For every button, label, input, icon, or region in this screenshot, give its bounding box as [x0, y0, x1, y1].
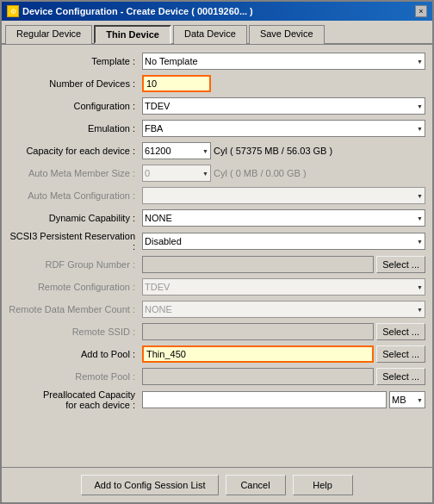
emulation-select[interactable]: FBA: [142, 120, 425, 137]
remote-config-label: Remote Configuration :: [9, 282, 142, 292]
auto-meta-config-select-wrapper: [142, 187, 425, 204]
remote-config-select[interactable]: TDEV: [142, 278, 425, 296]
configuration-select[interactable]: TDEV: [142, 97, 425, 115]
title-bar: ⚙ Device Configuration - Create Device (…: [2, 2, 432, 21]
cancel-button[interactable]: Cancel: [226, 475, 286, 495]
remote-pool-select-button[interactable]: Select ...: [376, 368, 425, 385]
capacity-control: 61200 Cyl ( 57375 MB / 56.03 GB ): [142, 142, 425, 159]
auto-meta-config-label: Auto Meta Configuration :: [9, 190, 142, 201]
template-label: Template :: [9, 56, 142, 66]
emulation-row: Emulation : FBA: [9, 119, 425, 138]
remote-ssid-select-button[interactable]: Select ...: [376, 323, 425, 340]
remote-config-row: Remote Configuration : TDEV: [9, 277, 425, 296]
capacity-select-wrapper: 61200: [142, 142, 211, 159]
dynamic-cap-row: Dynamic Capability : NONE: [9, 208, 425, 227]
main-window: ⚙ Device Configuration - Create Device (…: [0, 0, 434, 504]
emulation-label: Emulation :: [9, 123, 142, 134]
remote-config-control: TDEV: [142, 278, 425, 296]
tab-bar: Regular Device Thin Device Data Device S…: [2, 21, 432, 45]
num-devices-row: Number of Devices :: [9, 74, 425, 93]
remote-pool-label: Remote Pool :: [9, 371, 142, 382]
auto-meta-config-select[interactable]: [142, 187, 425, 204]
add-pool-label: Add to Pool :: [9, 349, 142, 359]
footer: Add to Config Session List Cancel Help: [2, 467, 432, 502]
remote-config-select-wrapper: TDEV: [142, 278, 425, 296]
auto-meta-member-control: 0 Cyl ( 0 MB / 0.00 GB ): [142, 165, 425, 182]
auto-meta-member-label: Auto Meta Member Size :: [9, 168, 142, 178]
configuration-control: TDEV: [142, 97, 425, 115]
rdf-label: RDF Group Number :: [9, 259, 142, 270]
num-devices-input[interactable]: [142, 75, 211, 92]
add-pool-row: Add to Pool : Select ...: [9, 345, 425, 364]
add-pool-select-button[interactable]: Select ...: [376, 345, 425, 363]
help-button[interactable]: Help: [293, 475, 353, 495]
config-select-wrapper: TDEV: [142, 97, 425, 115]
remote-data-label: Remote Data Member Count :: [9, 304, 142, 314]
remote-pool-input: [142, 368, 374, 385]
dynamic-cap-select-wrapper: NONE: [142, 209, 425, 227]
remote-ssid-row: Remote SSID : Select ...: [9, 322, 425, 341]
tab-save[interactable]: Save Device: [249, 25, 325, 44]
rdf-row: RDF Group Number : Select ...: [9, 255, 425, 274]
rdf-input: [142, 256, 374, 273]
dynamic-cap-control: NONE: [142, 209, 425, 227]
template-control: No Template: [142, 53, 425, 70]
tab-data[interactable]: Data Device: [173, 25, 247, 44]
prealloc-label: Preallocated Capacity for each device :: [9, 389, 142, 410]
auto-meta-member-select[interactable]: 0: [142, 165, 211, 182]
window-icon: ⚙: [7, 5, 19, 17]
tab-regular[interactable]: Regular Device: [5, 25, 92, 44]
template-select[interactable]: No Template: [142, 53, 425, 70]
auto-meta-config-row: Auto Meta Configuration :: [9, 186, 425, 205]
template-select-wrapper: No Template: [142, 53, 425, 70]
title-bar-left: ⚙ Device Configuration - Create Device (…: [7, 5, 253, 17]
configuration-row: Configuration : TDEV: [9, 96, 425, 115]
scsi-label: SCSI3 Persistent Reservation :: [9, 231, 142, 252]
auto-meta-member-row: Auto Meta Member Size : 0 Cyl ( 0 MB / 0…: [9, 164, 425, 183]
remote-data-control: NONE: [142, 301, 425, 318]
scsi-select[interactable]: Disabled: [142, 233, 425, 250]
num-devices-control: [142, 75, 425, 92]
remote-data-row: Remote Data Member Count : NONE: [9, 300, 425, 319]
add-pool-control: Select ...: [142, 345, 425, 363]
dynamic-cap-select[interactable]: NONE: [142, 209, 425, 227]
prealloc-row: Preallocated Capacity for each device : …: [9, 389, 425, 410]
rdf-select-button[interactable]: Select ...: [376, 256, 425, 273]
num-devices-label: Number of Devices :: [9, 78, 142, 89]
scsi-control: Disabled: [142, 233, 425, 250]
tab-thin[interactable]: Thin Device: [94, 25, 171, 44]
auto-meta-select-wrapper: 0: [142, 165, 211, 182]
rdf-control: Select ...: [142, 256, 425, 273]
window-title: Device Configuration - Create Device ( 0…: [22, 6, 253, 16]
capacity-label: Capacity for each device :: [9, 146, 142, 156]
prealloc-unit-select-wrapper: MB: [389, 391, 425, 408]
remote-pool-row: Remote Pool : Select ...: [9, 367, 425, 386]
capacity-cyl-text: Cyl ( 57375 MB / 56.03 GB ): [214, 146, 332, 156]
template-row: Template : No Template: [9, 52, 425, 71]
remote-pool-control: Select ...: [142, 368, 425, 385]
remote-data-select-wrapper: NONE: [142, 301, 425, 318]
dynamic-cap-label: Dynamic Capability :: [9, 213, 142, 223]
emulation-control: FBA: [142, 120, 425, 137]
add-pool-input[interactable]: [142, 345, 374, 363]
remote-data-select[interactable]: NONE: [142, 301, 425, 318]
auto-meta-cyl-text: Cyl ( 0 MB / 0.00 GB ): [214, 168, 307, 178]
auto-meta-config-control: [142, 187, 425, 204]
capacity-select[interactable]: 61200: [142, 142, 211, 159]
add-to-config-button[interactable]: Add to Config Session List: [81, 475, 218, 495]
configuration-label: Configuration :: [9, 101, 142, 111]
remote-ssid-control: Select ...: [142, 323, 425, 340]
form-content: Template : No Template Number of Devices…: [2, 45, 432, 467]
scsi-row: SCSI3 Persistent Reservation : Disabled: [9, 231, 425, 252]
close-button[interactable]: ×: [415, 5, 427, 17]
emulation-select-wrapper: FBA: [142, 120, 425, 137]
capacity-row: Capacity for each device : 61200 Cyl ( 5…: [9, 141, 425, 160]
scsi-select-wrapper: Disabled: [142, 233, 425, 250]
prealloc-input[interactable]: [142, 391, 387, 408]
remote-ssid-label: Remote SSID :: [9, 327, 142, 337]
prealloc-unit-select[interactable]: MB: [389, 391, 425, 408]
prealloc-control: MB: [142, 391, 425, 408]
remote-ssid-input: [142, 323, 374, 340]
